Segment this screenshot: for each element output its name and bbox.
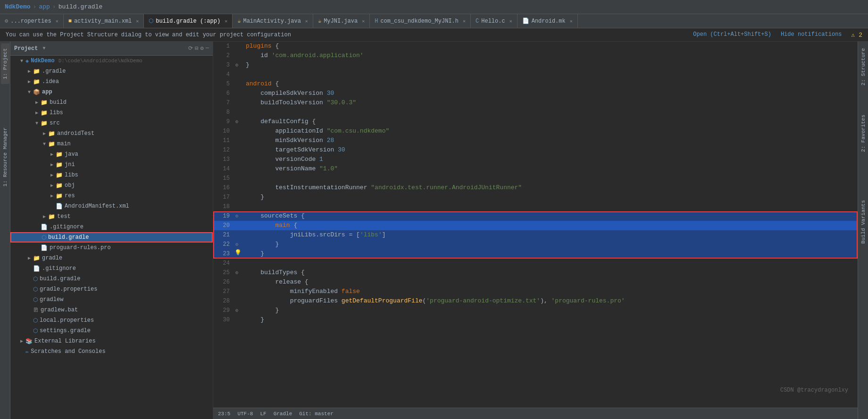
- tab-close-activity-main[interactable]: ✕: [136, 18, 139, 24]
- tree-label-external-libraries: External Libraries: [34, 338, 96, 344]
- hide-notifications-link[interactable]: Hide notifications: [781, 31, 842, 39]
- sync-icon[interactable]: ⟳: [188, 45, 193, 52]
- sidebar-item-structure[interactable]: 2: Structure: [859, 43, 868, 90]
- code-line-8: 8: [213, 108, 858, 117]
- tree-item-external-libraries[interactable]: ▶ 📚 External Libraries: [10, 336, 213, 346]
- tree-item-java-dir[interactable]: ▶ 📁 java: [10, 149, 213, 159]
- tab-close-mainactivity[interactable]: ✕: [305, 18, 308, 24]
- settings-icon[interactable]: ⚙: [200, 45, 204, 52]
- tree-item-proguard[interactable]: 📄 proguard-rules.pro: [10, 243, 213, 253]
- tree-label-gradlew: gradlew: [40, 296, 63, 303]
- tab-close-android-mk[interactable]: ✕: [570, 18, 573, 24]
- tree-item-ndkdemo[interactable]: ▼ ◈ NdkDemo D:\code\AndroidCode\NdkDemo: [10, 56, 213, 66]
- code-line-27: 27 minifyEnabled false: [213, 287, 858, 296]
- tree-container[interactable]: ▼ ◈ NdkDemo D:\code\AndroidCode\NdkDemo …: [10, 56, 213, 419]
- tab-icon-c: C: [476, 18, 479, 25]
- tree-label-gitignore-root: .gitignore: [42, 265, 76, 272]
- tab-close-properties[interactable]: ✕: [56, 18, 58, 24]
- tab-label-build-gradle-app: build.gradle (:app): [156, 18, 220, 25]
- right-panel-tabs: 2: Structure 2: Favorites Build Variants: [858, 42, 868, 419]
- tree-item-androidtest[interactable]: ▶ 📁 androidTest: [10, 128, 213, 139]
- tree-item-gradlew-bat[interactable]: 🖹 gradlew.bat: [10, 305, 213, 315]
- obj-dir-icon: 📁: [56, 182, 63, 189]
- tree-label-app-dir: app: [42, 89, 52, 95]
- code-line-13: 13 versionCode 1: [213, 155, 858, 164]
- tab-android-mk[interactable]: 📄 Android.mk ✕: [517, 14, 578, 28]
- code-content[interactable]: 1 plugins { 2 id 'com.android.applicatio…: [213, 42, 858, 408]
- tab-mainactivity[interactable]: ☕ MainActivity.java ✕: [233, 14, 313, 28]
- tree-item-build-gradle-root[interactable]: ⬡ build.gradle: [10, 274, 213, 284]
- tree-item-gradle-properties[interactable]: ⬡ gradle.properties: [10, 284, 213, 294]
- tree-item-androidmanifest[interactable]: 📄 AndroidManifest.xml: [10, 201, 213, 211]
- lightbulb-icon: 💡: [234, 250, 242, 256]
- tree-item-app-dir[interactable]: ▼ 📦 app: [10, 87, 213, 97]
- gradle-properties-icon: ⬡: [33, 286, 38, 293]
- proguard-icon: 📄: [41, 244, 48, 251]
- tab-icon-h: H: [375, 18, 378, 25]
- panel-header-icons: ⟳ ⊟ ⚙ —: [188, 45, 209, 52]
- tab-close-com-csu-myjni[interactable]: ✕: [463, 18, 466, 24]
- tree-label-libs2-dir: libs: [65, 172, 78, 178]
- code-line-2: 2 id 'com.android.application': [213, 51, 858, 60]
- tab-activity-main[interactable]: ■ activity_main.xml ✕: [64, 14, 144, 28]
- tab-hello-c[interactable]: C Hello.c ✕: [471, 14, 517, 28]
- tree-item-scratches[interactable]: ✏ Scratches and Consoles: [10, 346, 213, 357]
- build-dir-icon: 📁: [41, 99, 48, 106]
- tree-label-main-dir: main: [57, 141, 71, 147]
- settings-gradle-icon: ⬡: [33, 327, 38, 335]
- tree-item-libs-dir[interactable]: ▶ 📁 libs: [10, 108, 213, 118]
- tree-label-build-gradle-app: build.gradle: [48, 234, 89, 241]
- sidebar-item-resource-manager[interactable]: 1: Resource Manager: [1, 123, 9, 191]
- code-line-4: 4: [213, 70, 858, 79]
- code-line-24: 24: [213, 259, 858, 268]
- tree-item-src-dir[interactable]: ▼ 📁 src: [10, 118, 213, 128]
- sidebar-item-project[interactable]: 1: Project: [1, 43, 9, 84]
- tab-label-activity-main: activity_main.xml: [74, 18, 132, 25]
- code-line-25: 25 ⊙ buildTypes {: [213, 268, 858, 277]
- tree-item-local-properties[interactable]: ⬡ local.properties: [10, 315, 213, 326]
- tab-com-csu-myjni[interactable]: H com_csu_ndkdemo_MyJNI.h ✕: [370, 14, 471, 28]
- tree-item-gradle-wrapper[interactable]: ▶ 📁 gradle: [10, 253, 213, 263]
- tree-label-androidtest: androidTest: [57, 130, 94, 137]
- tab-close-build-gradle-app[interactable]: ✕: [225, 18, 227, 24]
- line-sep-indicator: LF: [260, 411, 266, 417]
- tree-item-gitignore-app[interactable]: 📄 .gitignore: [10, 222, 213, 232]
- tree-label-gradle-wrapper: gradle: [42, 255, 62, 261]
- tree-item-obj-dir[interactable]: ▶ 📁 obj: [10, 180, 213, 191]
- local-properties-icon: ⬡: [33, 317, 38, 324]
- notification-text: You can use the Project Structure dialog…: [6, 32, 291, 38]
- tab-build-gradle-app[interactable]: ⬡ build.gradle (:app) ✕: [144, 14, 233, 28]
- hide-panel-icon[interactable]: —: [206, 45, 209, 52]
- tree-item-libs2-dir[interactable]: ▶ 📁 libs: [10, 170, 213, 180]
- tree-item-gradle-dir[interactable]: ▶ 📁 .gradle: [10, 66, 213, 76]
- tree-label-settings-gradle: settings.gradle: [40, 327, 91, 334]
- tree-item-idea-dir[interactable]: ▶ 📁 .idea: [10, 76, 213, 87]
- sidebar-item-build-variants[interactable]: Build Variants: [859, 195, 868, 248]
- code-line-29: 29 ⊙ }: [213, 306, 858, 315]
- tree-item-res-dir[interactable]: ▶ 📁 res: [10, 191, 213, 201]
- open-project-structure-link[interactable]: Open (Ctrl+Alt+Shift+S): [693, 31, 771, 39]
- tab-close-hello-c[interactable]: ✕: [509, 18, 512, 24]
- tab-label-mainactivity: MainActivity.java: [243, 18, 300, 25]
- tab-close-myjni[interactable]: ✕: [362, 18, 365, 24]
- androidmanifest-icon: 📄: [56, 203, 63, 210]
- tree-item-gradlew[interactable]: ⬡ gradlew: [10, 294, 213, 305]
- tree-item-settings-gradle[interactable]: ⬡ settings.gradle: [10, 326, 213, 336]
- tree-item-test-dir[interactable]: ▶ 📁 test: [10, 211, 213, 222]
- code-line-1: 1 plugins {: [213, 42, 858, 51]
- tree-label-gradle-properties: gradle.properties: [40, 286, 97, 293]
- tree-item-main-dir[interactable]: ▼ 📁 main: [10, 139, 213, 149]
- tree-label-proguard: proguard-rules.pro: [50, 244, 111, 251]
- tree-item-build-dir[interactable]: ▶ 📁 build: [10, 97, 213, 108]
- tree-item-jni-dir[interactable]: ▶ 📁 jni: [10, 159, 213, 170]
- tab-myjni[interactable]: ☕ MyJNI.java ✕: [313, 14, 370, 28]
- project-name: NdkDemo: [5, 3, 31, 10]
- tab-properties[interactable]: ⚙ ...roperties ✕: [0, 14, 64, 28]
- project-dropdown-icon[interactable]: ▼: [42, 46, 45, 51]
- tabs-bar: ⚙ ...roperties ✕ ■ activity_main.xml ✕ ⬡…: [0, 14, 868, 28]
- tree-label-jni-dir: jni: [65, 161, 75, 168]
- sidebar-item-favorites[interactable]: 2: Favorites: [859, 110, 868, 157]
- tree-item-build-gradle-app[interactable]: ⬡ build.gradle: [10, 232, 213, 243]
- collapse-all-icon[interactable]: ⊟: [195, 45, 198, 52]
- tree-item-gitignore-root[interactable]: 📄 .gitignore: [10, 263, 213, 274]
